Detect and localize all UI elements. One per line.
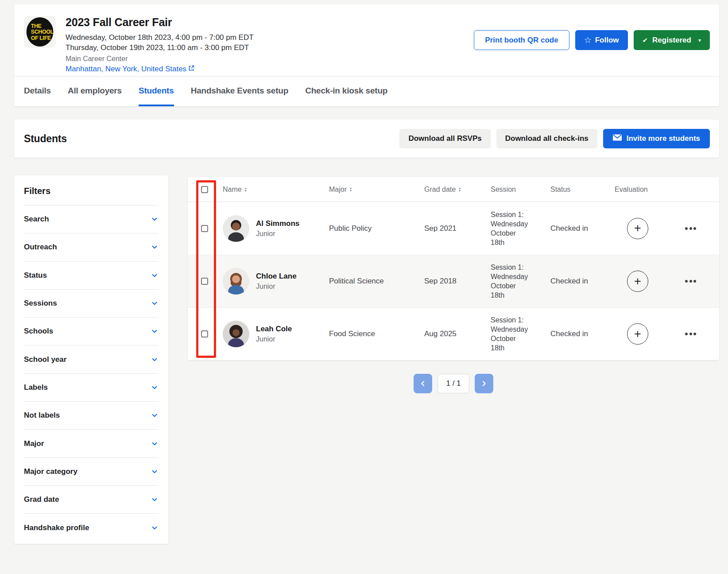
add-evaluation-button[interactable]: + <box>627 323 648 345</box>
chevron-down-icon <box>151 215 159 223</box>
invite-label: Invite more students <box>627 134 700 143</box>
filter-label: Handshake profile <box>24 524 89 532</box>
students-toolbar-card: Students Download all RSVPs Download all… <box>14 120 719 158</box>
filter-label: Search <box>24 215 49 224</box>
event-header-card: THE SCHOOL OF LIFE 2023 Fall Career Fair… <box>14 4 719 106</box>
add-evaluation-button[interactable]: + <box>627 271 648 292</box>
sort-icon[interactable]: ▴▾ <box>459 187 461 192</box>
column-header-grad-date[interactable]: Grad date ▴▾ <box>423 186 489 194</box>
student-name[interactable]: Leah Cole <box>256 325 292 334</box>
cell-grad-date: Sep 2021 <box>423 224 489 233</box>
tab-handshake-events-setup[interactable]: Handshake Events setup <box>191 77 289 106</box>
chevron-down-icon <box>151 524 159 532</box>
filter-label: Status <box>24 271 47 280</box>
cell-grad-date: Sep 2018 <box>423 277 489 286</box>
filter-labels[interactable]: Labels <box>24 374 159 402</box>
filter-status[interactable]: Status <box>24 262 159 290</box>
chevron-down-icon <box>151 327 159 335</box>
student-name[interactable]: Al Simmons <box>256 219 299 228</box>
avatar <box>223 215 249 242</box>
student-year: Junior <box>256 335 292 343</box>
cell-status: Checked in <box>549 277 613 286</box>
filter-major-category[interactable]: Major category <box>24 458 159 486</box>
filter-grad-date[interactable]: Grad date <box>24 486 159 514</box>
event-location-link[interactable]: Manhattan, New York, United States <box>66 65 254 74</box>
invite-more-students-button[interactable]: Invite more students <box>603 129 710 148</box>
filter-outreach[interactable]: Outreach <box>24 233 159 261</box>
row-menu-button[interactable] <box>684 276 697 286</box>
filters-panel: Filters Search Outreach Status Sessions … <box>14 175 168 544</box>
sort-icon[interactable]: ▴▾ <box>350 187 352 192</box>
filter-search[interactable]: Search <box>24 206 159 233</box>
sort-icon[interactable]: ▴▾ <box>245 187 247 192</box>
students-table: Name ▴▾ Major ▴▾ Grad date ▴▾ Session St… <box>188 177 719 360</box>
student-name[interactable]: Chloe Lane <box>256 272 297 281</box>
header-label: Name <box>223 186 242 194</box>
column-header-name[interactable]: Name ▴▾ <box>221 186 328 194</box>
cell-major: Public Policy <box>328 224 423 233</box>
follow-label: Follow <box>595 36 619 45</box>
student-year: Junior <box>256 283 297 291</box>
chevron-down-icon <box>151 384 159 392</box>
row-menu-button[interactable] <box>684 329 697 339</box>
tab-bar: Details All employers Students Handshake… <box>14 76 719 106</box>
filter-schools[interactable]: Schools <box>24 318 159 345</box>
follow-button[interactable]: ☆ Follow <box>575 30 628 50</box>
filter-label: Outreach <box>24 243 57 252</box>
envelope-icon <box>613 134 622 143</box>
select-all-checkbox[interactable] <box>201 186 208 193</box>
filter-label: Schools <box>24 327 53 336</box>
plus-icon: + <box>634 275 641 287</box>
page-indicator: 1 / 1 <box>438 374 469 393</box>
tab-checkin-kiosk-setup[interactable]: Check-in kiosk setup <box>305 77 387 106</box>
download-checkins-button[interactable]: Download all check-ins <box>496 129 597 148</box>
filters-title: Filters <box>24 175 159 206</box>
table-row: Chloe Lane Junior Political Science Sep … <box>188 255 719 307</box>
event-date-1: Wednesday, October 18th 2023, 4:00 pm - … <box>66 32 254 43</box>
chevron-down-icon <box>151 356 159 364</box>
filter-major[interactable]: Major <box>24 430 159 458</box>
tab-students[interactable]: Students <box>139 77 174 106</box>
cell-session: Session 1: Wednesday October 18th <box>489 263 530 300</box>
download-rsvps-button[interactable]: Download all RSVPs <box>399 129 490 148</box>
plus-icon: + <box>634 222 641 234</box>
print-booth-qr-button[interactable]: Print booth QR code <box>474 30 569 50</box>
chevron-down-icon <box>151 271 159 279</box>
next-page-button[interactable] <box>475 374 493 393</box>
tab-all-employers[interactable]: All employers <box>68 77 122 106</box>
logo-line: SCHOOL <box>31 29 54 35</box>
chevron-down-icon <box>151 299 159 307</box>
chevron-down-icon <box>151 496 159 504</box>
filter-school-year[interactable]: School year <box>24 345 159 373</box>
cell-session: Session 1: Wednesday October 18th <box>489 210 530 247</box>
previous-page-button[interactable] <box>414 374 432 393</box>
filter-label: Labels <box>24 383 48 392</box>
tab-details[interactable]: Details <box>24 77 51 106</box>
column-header-major[interactable]: Major ▴▾ <box>328 186 423 194</box>
chevron-down-icon <box>151 243 159 251</box>
filter-sessions[interactable]: Sessions <box>24 290 159 318</box>
row-checkbox[interactable] <box>201 225 208 232</box>
header-label: Evaluation <box>615 186 648 194</box>
logo-line: THE <box>31 23 54 29</box>
row-checkbox[interactable] <box>201 330 208 337</box>
column-header-status: Status <box>549 186 613 194</box>
header-label: Status <box>550 186 570 194</box>
filter-label: Grad date <box>24 495 59 504</box>
row-menu-button[interactable] <box>684 224 697 233</box>
cell-status: Checked in <box>549 224 613 233</box>
filter-label: Major <box>24 439 44 448</box>
add-evaluation-button[interactable]: + <box>627 218 648 239</box>
filter-handshake-profile[interactable]: Handshake profile <box>24 514 159 542</box>
avatar <box>223 321 249 347</box>
school-of-life-logo: THE SCHOOL OF LIFE <box>27 17 54 47</box>
cell-major: Political Science <box>328 277 423 286</box>
table-row: Leah Cole Junior Food Science Aug 2025 S… <box>188 307 719 360</box>
header-label: Grad date <box>424 186 456 194</box>
filter-not-labels[interactable]: Not labels <box>24 402 159 430</box>
event-venue: Main Career Center <box>66 54 254 64</box>
row-checkbox[interactable] <box>201 278 208 285</box>
filter-label: School year <box>24 355 66 364</box>
logo-line: OF LIFE <box>31 35 54 41</box>
registered-dropdown-button[interactable]: ✔ Registered ▾ <box>634 30 710 50</box>
